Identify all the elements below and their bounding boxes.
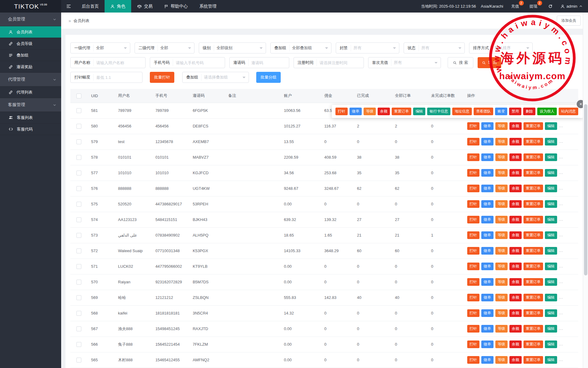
row-action-1[interactable]: 做单 — [481, 231, 494, 239]
row-action-3[interactable]: 余额 — [509, 200, 522, 208]
filter-text-input-2[interactable] — [249, 61, 289, 65]
row-action-0[interactable]: 打针 — [467, 122, 479, 130]
row-action-0[interactable]: 打针 — [467, 153, 479, 161]
row-action-5[interactable]: 编辑 — [545, 231, 557, 239]
row-action-4[interactable]: 重置订单 — [523, 138, 543, 145]
expanded-action-10[interactable]: 禁用 — [509, 108, 521, 115]
row-action-2[interactable]: 等级 — [495, 138, 508, 145]
more-actions-button[interactable]: ... — [559, 357, 563, 362]
row-action-3[interactable]: 余额 — [509, 278, 522, 286]
row-action-5[interactable]: 编辑 — [545, 216, 557, 223]
row-action-4[interactable]: 重置订单 — [523, 153, 543, 161]
batch-group-button[interactable]: 批量分组 — [256, 72, 281, 83]
nav-item-4[interactable]: 系统管理 — [194, 0, 222, 13]
filter-text-input-0[interactable] — [94, 61, 145, 65]
row-action-4[interactable]: 重置订单 — [523, 263, 543, 270]
menu-toggle-button[interactable] — [61, 0, 76, 13]
row-checkbox[interactable] — [76, 155, 81, 160]
row-action-1[interactable]: 做单 — [481, 278, 494, 286]
sidebar-group-header-2[interactable]: 客服管理 — [0, 98, 61, 112]
row-action-1[interactable]: 做单 — [481, 340, 494, 348]
sidebar-item-0-0[interactable]: 会员列表 — [0, 26, 61, 38]
row-action-4[interactable]: 重置订单 — [523, 247, 543, 255]
row-checkbox[interactable] — [76, 139, 81, 144]
row-action-4[interactable]: 重置订单 — [523, 185, 543, 192]
row-action-5[interactable]: 编辑 — [545, 325, 557, 333]
row-action-2[interactable]: 等级 — [495, 122, 508, 130]
row-action-5[interactable]: 编辑 — [545, 122, 557, 130]
sidebar-item-0-2[interactable]: 叠加组 — [0, 50, 61, 61]
nav-item-3[interactable]: 帮助中心 — [158, 0, 194, 13]
row-action-0[interactable]: 打针 — [467, 169, 479, 177]
row-action-5[interactable]: 编辑 — [545, 263, 557, 270]
row-action-2[interactable]: 等级 — [495, 294, 508, 301]
row-checkbox[interactable] — [76, 311, 81, 316]
row-action-0[interactable]: 打针 — [467, 294, 479, 301]
expanded-action-0[interactable]: 打针 — [335, 108, 348, 115]
row-action-5[interactable]: 编辑 — [545, 153, 557, 161]
row-action-0[interactable]: 打针 — [467, 247, 479, 255]
select-all-checkbox[interactable] — [76, 94, 81, 98]
row-action-2[interactable]: 等级 — [495, 309, 508, 317]
row-action-1[interactable]: 做单 — [481, 185, 494, 192]
user-menu[interactable]: admin — [560, 4, 582, 9]
row-action-2[interactable]: 等级 — [495, 200, 508, 208]
row-action-5[interactable]: 编辑 — [545, 169, 557, 177]
sidebar-group-header-1[interactable]: 代理管理 — [0, 73, 61, 86]
row-action-1[interactable]: 做单 — [481, 169, 494, 177]
row-action-5[interactable]: 编辑 — [545, 138, 557, 145]
row-action-2[interactable]: 等级 — [495, 231, 508, 239]
expanded-action-4[interactable]: 重置订单 — [392, 108, 411, 115]
more-actions-button[interactable]: ... — [559, 248, 563, 253]
row-action-4[interactable]: 重置订单 — [523, 278, 543, 286]
row-checkbox[interactable] — [76, 108, 81, 113]
sidebar-item-1-0[interactable]: 代理列表 — [0, 86, 61, 98]
row-action-1[interactable]: 做单 — [481, 122, 494, 130]
withdraw-button[interactable]: 提现 2 — [530, 4, 538, 9]
row-action-1[interactable]: 做单 — [481, 138, 494, 145]
row-checkbox[interactable] — [76, 248, 81, 253]
expanded-action-5[interactable]: 编辑 — [413, 108, 425, 115]
nav-item-1[interactable]: 角色 — [105, 0, 131, 13]
row-checkbox[interactable] — [76, 171, 81, 175]
more-actions-button[interactable]: ... — [559, 155, 563, 159]
row-action-3[interactable]: 余额 — [509, 263, 522, 270]
row-action-3[interactable]: 余额 — [509, 231, 522, 239]
more-actions-button[interactable]: ... — [559, 295, 563, 300]
row-checkbox[interactable] — [76, 202, 81, 207]
sidebar-item-2-1[interactable]: 客服代码 — [0, 123, 61, 135]
expanded-action-8[interactable]: 查看团队 — [474, 108, 493, 115]
sidebar-item-2-0[interactable]: 客服列表 — [0, 112, 61, 123]
row-action-0[interactable]: 打针 — [467, 200, 479, 208]
row-action-1[interactable]: 做单 — [481, 200, 494, 208]
row-action-1[interactable]: 做单 — [481, 263, 494, 270]
row-action-3[interactable]: 余额 — [509, 325, 522, 333]
row-action-4[interactable]: 重置订单 — [523, 325, 543, 333]
row-action-1[interactable]: 做单 — [481, 247, 494, 255]
row-action-2[interactable]: 等级 — [495, 247, 508, 255]
filter-select-6[interactable]: 排序方式默认排序 — [469, 42, 533, 53]
export-button[interactable]: 导 出 — [478, 57, 501, 68]
row-checkbox[interactable] — [76, 264, 81, 269]
more-actions-button[interactable]: ... — [559, 123, 563, 128]
sidebar-item-0-3[interactable]: 邀请奖励 — [0, 61, 61, 73]
row-action-1[interactable]: 做单 — [481, 325, 494, 333]
more-actions-button[interactable]: ... — [559, 170, 563, 175]
add-member-button[interactable]: 添加会员 — [557, 16, 581, 26]
row-checkbox[interactable] — [76, 295, 81, 300]
row-action-0[interactable]: 打针 — [467, 356, 479, 364]
nav-item-0[interactable]: 后台首页 — [76, 0, 105, 13]
row-checkbox[interactable] — [76, 280, 81, 285]
more-actions-button[interactable]: ... — [559, 217, 563, 222]
row-action-3[interactable]: 余额 — [509, 340, 522, 348]
row-action-5[interactable]: 编辑 — [545, 278, 557, 286]
row-action-0[interactable]: 打针 — [467, 278, 479, 286]
row-action-5[interactable]: 编辑 — [545, 356, 557, 364]
recharge-button[interactable]: 充值 2 — [511, 4, 519, 9]
more-actions-button[interactable]: ... — [559, 233, 563, 237]
more-actions-button[interactable]: ... — [559, 311, 563, 315]
row-action-3[interactable]: 余额 — [509, 309, 522, 317]
row-action-5[interactable]: 编辑 — [545, 247, 557, 255]
row-action-5[interactable]: 编辑 — [545, 340, 557, 348]
row-action-2[interactable]: 等级 — [495, 169, 508, 177]
